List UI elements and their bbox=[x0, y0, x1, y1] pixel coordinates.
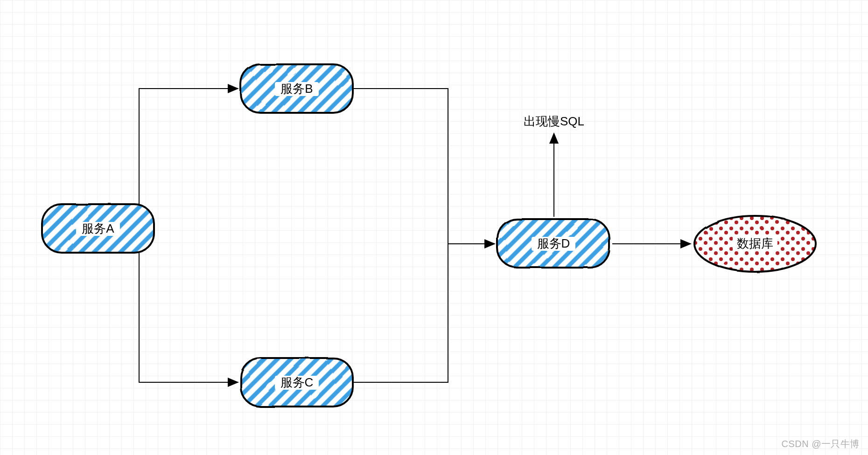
slow-sql-annotation: 出现慢SQL bbox=[524, 114, 584, 128]
service-c-label: 服务C bbox=[280, 375, 314, 389]
architecture-diagram: 服务A 服务B 服务C 服务D 数据库 出现慢SQL bbox=[0, 0, 868, 455]
service-d-label: 服务D bbox=[537, 236, 570, 250]
watermark: CSDN @一只牛博 bbox=[781, 438, 860, 450]
service-a-label: 服务A bbox=[82, 221, 114, 235]
edge-a-to-c bbox=[139, 228, 238, 382]
database-label: 数据库 bbox=[737, 236, 773, 250]
edge-bc-to-d bbox=[354, 89, 495, 382]
edge-a-to-b bbox=[139, 89, 238, 228]
service-b-label: 服务B bbox=[280, 82, 313, 96]
